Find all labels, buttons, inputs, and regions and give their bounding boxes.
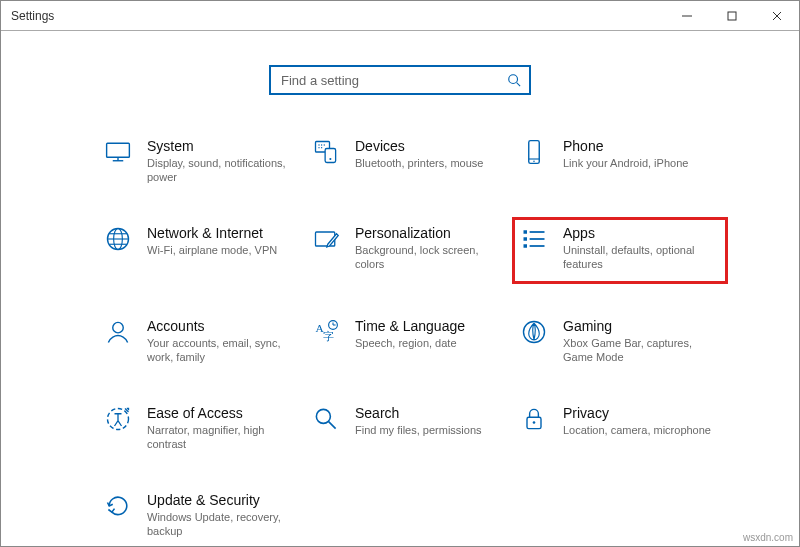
update-security-icon <box>103 491 133 521</box>
tile-update-security[interactable]: Update & Security Windows Update, recove… <box>101 489 307 540</box>
svg-rect-17 <box>529 141 540 164</box>
close-button[interactable] <box>754 1 799 31</box>
tile-accounts[interactable]: Accounts Your accounts, email, sync, wor… <box>101 315 307 366</box>
tile-title: Phone <box>563 137 688 155</box>
tile-title: Personalization <box>355 224 505 242</box>
tile-privacy[interactable]: Privacy Location, camera, microphone <box>517 402 723 453</box>
svg-point-32 <box>113 322 124 333</box>
maximize-icon <box>727 11 737 21</box>
tile-subtitle: Xbox Game Bar, captures, Game Mode <box>563 336 713 364</box>
svg-rect-30 <box>524 244 528 248</box>
tile-title: Accounts <box>147 317 297 335</box>
privacy-icon <box>519 404 549 434</box>
svg-point-41 <box>316 409 330 423</box>
tile-title: Devices <box>355 137 483 155</box>
gaming-icon <box>519 317 549 347</box>
minimize-button[interactable] <box>664 1 709 31</box>
tile-title: Update & Security <box>147 491 297 509</box>
svg-rect-28 <box>524 237 528 241</box>
svg-point-16 <box>321 147 322 148</box>
settings-grid: System Display, sound, notifications, po… <box>101 135 799 540</box>
tile-gaming[interactable]: Gaming Xbox Game Bar, captures, Game Mod… <box>517 315 723 366</box>
svg-text:字: 字 <box>323 330 334 342</box>
tile-search[interactable]: Search Find my files, permissions <box>309 402 515 453</box>
tile-subtitle: Speech, region, date <box>355 336 465 350</box>
svg-point-11 <box>329 158 331 160</box>
tile-time-language[interactable]: A字 Time & Language Speech, region, date <box>309 315 515 366</box>
personalization-icon <box>311 224 341 254</box>
tile-title: Time & Language <box>355 317 465 335</box>
tile-devices[interactable]: Devices Bluetooth, printers, mouse <box>309 135 515 186</box>
tile-title: Ease of Access <box>147 404 297 422</box>
tile-subtitle: Narrator, magnifier, high contrast <box>147 423 297 451</box>
tile-subtitle: Wi-Fi, airplane mode, VPN <box>147 243 277 257</box>
svg-point-19 <box>533 160 535 162</box>
attribution-text: wsxdn.com <box>743 532 793 543</box>
maximize-button[interactable] <box>709 1 754 31</box>
system-icon <box>103 137 133 167</box>
svg-point-12 <box>318 144 319 145</box>
tile-subtitle: Windows Update, recovery, backup <box>147 510 297 538</box>
search-box[interactable] <box>269 65 531 95</box>
svg-rect-26 <box>524 230 528 234</box>
svg-rect-6 <box>107 143 130 157</box>
svg-rect-1 <box>728 12 736 20</box>
tile-subtitle: Bluetooth, printers, mouse <box>355 156 483 170</box>
tile-subtitle: Your accounts, email, sync, work, family <box>147 336 297 364</box>
tile-title: Network & Internet <box>147 224 277 242</box>
tile-subtitle: Uninstall, defaults, optional features <box>563 243 713 271</box>
tile-subtitle: Link your Android, iPhone <box>563 156 688 170</box>
search-input[interactable] <box>279 72 507 89</box>
tile-phone[interactable]: Phone Link your Android, iPhone <box>517 135 723 186</box>
tile-ease-of-access[interactable]: Ease of Access Narrator, magnifier, high… <box>101 402 307 453</box>
phone-icon <box>519 137 549 167</box>
ease-of-access-icon <box>103 404 133 434</box>
tile-title: Gaming <box>563 317 713 335</box>
window-title: Settings <box>11 9 54 23</box>
tile-personalization[interactable]: Personalization Background, lock screen,… <box>309 222 515 279</box>
tile-title: Apps <box>563 224 713 242</box>
tile-title: Privacy <box>563 404 711 422</box>
svg-line-5 <box>517 83 521 87</box>
accounts-icon <box>103 317 133 347</box>
tile-network[interactable]: Network & Internet Wi-Fi, airplane mode,… <box>101 222 307 279</box>
devices-icon <box>311 137 341 167</box>
tile-subtitle: Display, sound, notifications, power <box>147 156 297 184</box>
svg-point-15 <box>318 147 319 148</box>
search-icon <box>507 73 521 87</box>
apps-icon <box>519 224 549 254</box>
network-icon <box>103 224 133 254</box>
svg-point-13 <box>321 144 322 145</box>
time-language-icon: A字 <box>311 317 341 347</box>
svg-point-14 <box>324 144 325 145</box>
svg-rect-10 <box>325 149 336 163</box>
tile-subtitle: Background, lock screen, colors <box>355 243 505 271</box>
close-icon <box>772 11 782 21</box>
svg-point-44 <box>533 421 536 424</box>
tile-subtitle: Location, camera, microphone <box>563 423 711 437</box>
tile-subtitle: Find my files, permissions <box>355 423 482 437</box>
minimize-icon <box>682 11 692 21</box>
titlebar: Settings <box>1 1 799 31</box>
search-category-icon <box>311 404 341 434</box>
svg-point-4 <box>509 75 518 84</box>
tile-title: System <box>147 137 297 155</box>
tile-system[interactable]: System Display, sound, notifications, po… <box>101 135 307 186</box>
search-container <box>1 65 799 95</box>
tile-title: Search <box>355 404 482 422</box>
svg-line-42 <box>329 422 336 429</box>
tile-apps[interactable]: Apps Uninstall, defaults, optional featu… <box>517 222 723 279</box>
